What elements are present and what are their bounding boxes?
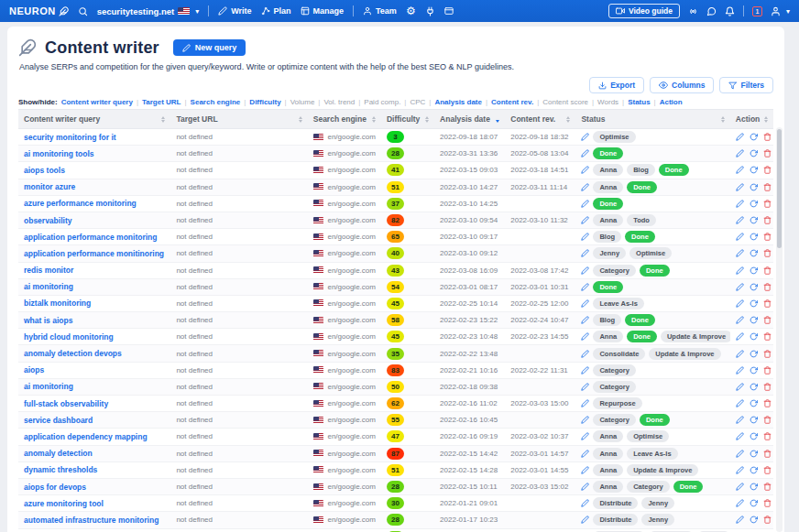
edit-icon[interactable] — [736, 200, 744, 208]
edit-tags-icon[interactable] — [581, 316, 589, 324]
trash-icon[interactable] — [763, 332, 772, 341]
query-link[interactable]: security monitoring for it — [24, 133, 116, 142]
edit-tags-icon[interactable] — [581, 283, 589, 291]
edit-icon[interactable] — [736, 266, 744, 275]
trash-icon[interactable] — [763, 432, 772, 440]
nav-plan[interactable]: Plan — [261, 6, 291, 16]
status-tag[interactable]: Leave As-Is — [627, 448, 677, 460]
refresh-icon[interactable] — [750, 399, 758, 407]
trash-icon[interactable] — [763, 200, 772, 208]
trash-icon[interactable] — [763, 149, 772, 157]
showhide-toggle[interactable]: Vol. trend — [323, 98, 355, 106]
showhide-toggle[interactable]: Paid comp. — [364, 98, 400, 106]
app-logo[interactable]: NEURON — [9, 5, 69, 16]
refresh-icon[interactable] — [750, 516, 758, 524]
query-link[interactable]: azure performance monitoring — [24, 199, 137, 208]
edit-icon[interactable] — [736, 416, 744, 424]
status-tag[interactable]: Jenny — [641, 497, 674, 509]
status-tag[interactable]: Done — [593, 281, 623, 293]
col-header-status[interactable]: Status — [575, 110, 729, 129]
edit-icon[interactable] — [736, 316, 744, 324]
showhide-toggle[interactable]: Content writer query — [61, 98, 133, 106]
refresh-icon[interactable] — [750, 499, 758, 507]
columns-button[interactable]: Columns — [650, 77, 714, 93]
edit-tags-icon[interactable] — [581, 249, 589, 257]
query-link[interactable]: full-stack observability — [24, 399, 108, 408]
showhide-toggle[interactable]: Target URL — [142, 98, 181, 106]
query-link[interactable]: redis monitor — [24, 266, 73, 275]
query-link[interactable]: hybrid cloud monitoring — [24, 332, 114, 342]
query-link[interactable]: biztalk monitoring — [24, 299, 91, 308]
status-tag[interactable]: Done — [593, 147, 623, 159]
edit-tags-icon[interactable] — [581, 149, 589, 157]
filters-button[interactable]: Filters — [719, 77, 773, 93]
refresh-icon[interactable] — [750, 216, 758, 224]
edit-tags-icon[interactable] — [581, 416, 589, 424]
export-button[interactable]: Export — [589, 77, 644, 93]
status-tag[interactable]: Update & Improve — [627, 464, 698, 476]
refresh-icon[interactable] — [750, 233, 758, 241]
edit-icon[interactable] — [736, 432, 744, 440]
edit-tags-icon[interactable] — [581, 183, 589, 191]
trash-icon[interactable] — [763, 249, 772, 257]
new-query-button[interactable]: New query — [173, 39, 246, 56]
edit-tags-icon[interactable] — [581, 200, 589, 208]
edit-tags-icon[interactable] — [581, 366, 589, 375]
domain-selector[interactable]: securitytesting.net ▾ — [97, 6, 199, 16]
edit-icon[interactable] — [736, 399, 744, 407]
edit-tags-icon[interactable] — [581, 499, 589, 507]
query-link[interactable]: what is aiops — [24, 316, 72, 325]
query-link[interactable]: application performance monitinoring — [24, 249, 164, 258]
status-tag[interactable]: Done — [625, 314, 655, 326]
status-tag[interactable]: Category — [593, 381, 636, 393]
status-tag[interactable]: Optimise — [629, 247, 672, 259]
col-header-query[interactable]: Content writer query — [18, 110, 170, 129]
trash-icon[interactable] — [763, 166, 772, 174]
status-tag[interactable]: Consolidate — [593, 348, 645, 360]
status-tag[interactable]: Todo — [627, 214, 656, 226]
edit-icon[interactable] — [736, 350, 744, 358]
edit-tags-icon[interactable] — [581, 299, 589, 308]
refresh-icon[interactable] — [750, 299, 758, 308]
showhide-toggle[interactable]: Status — [628, 98, 650, 106]
status-tag[interactable]: Update & Improve — [649, 348, 720, 360]
status-tag[interactable]: Jenny — [641, 514, 674, 526]
query-link[interactable]: application dependency mapping — [24, 432, 148, 441]
query-link[interactable]: anomaly detection devops — [24, 349, 122, 358]
nav-manage[interactable]: Manage — [301, 6, 345, 16]
status-tag[interactable]: Anna — [593, 464, 623, 476]
refresh-icon[interactable] — [750, 432, 758, 440]
status-tag[interactable]: Category — [593, 265, 636, 277]
edit-icon[interactable] — [736, 133, 744, 141]
edit-tags-icon[interactable] — [581, 432, 589, 440]
trash-icon[interactable] — [763, 450, 772, 458]
col-header-search-engine[interactable]: Search engine — [308, 110, 381, 129]
refresh-icon[interactable] — [750, 266, 758, 275]
browser-window-icon[interactable] — [444, 6, 454, 16]
bell-icon[interactable] — [725, 6, 735, 16]
showhide-toggle[interactable]: Volume — [290, 98, 315, 106]
status-tag[interactable]: Blog — [593, 314, 621, 326]
refresh-icon[interactable] — [750, 366, 758, 375]
status-tag[interactable]: Done — [659, 164, 689, 176]
edit-icon[interactable] — [736, 233, 744, 241]
showhide-toggle[interactable]: Content score — [542, 98, 588, 106]
vertical-scrollbar[interactable] — [776, 127, 783, 532]
edit-tags-icon[interactable] — [581, 166, 589, 174]
trash-icon[interactable] — [763, 299, 772, 308]
query-link[interactable]: dynamic thresholds — [24, 465, 97, 474]
status-tag[interactable]: Anna — [593, 331, 623, 342]
edit-icon[interactable] — [736, 249, 744, 257]
edit-icon[interactable] — [736, 166, 744, 174]
refresh-icon[interactable] — [750, 149, 758, 157]
query-link[interactable]: observability — [24, 216, 71, 225]
nav-write[interactable]: Write — [218, 6, 251, 16]
edit-tags-icon[interactable] — [581, 516, 589, 524]
query-link[interactable]: aiops for devops — [24, 483, 86, 492]
status-tag[interactable]: Done — [593, 198, 623, 210]
trash-icon[interactable] — [763, 383, 772, 391]
status-tag[interactable]: Repurpose — [593, 397, 641, 409]
status-tag[interactable]: Distribute — [593, 514, 638, 526]
status-tag[interactable]: Done — [640, 414, 670, 426]
gear-icon[interactable]: ⚙ — [406, 5, 416, 16]
